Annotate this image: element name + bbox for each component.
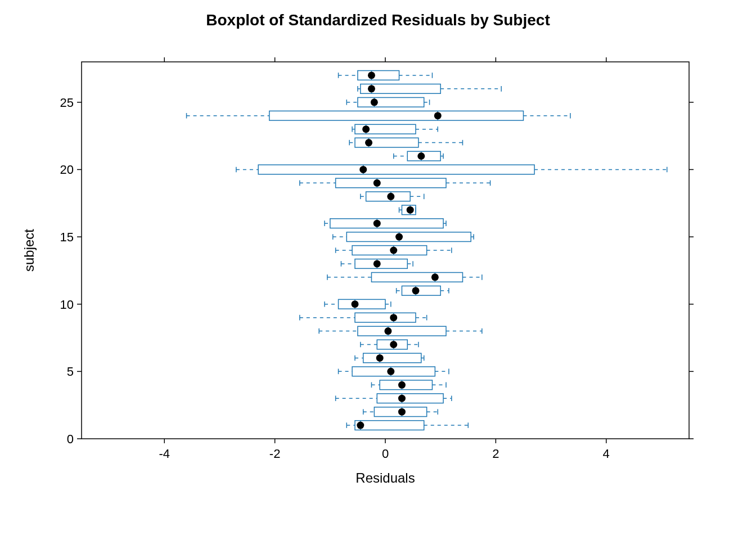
median-dot <box>368 85 375 92</box>
box <box>355 313 416 322</box>
median-dot <box>395 233 403 241</box>
median-dot <box>368 71 375 79</box>
chart-title: Boxplot of Standardized Residuals by Sub… <box>206 11 550 29</box>
median-dot <box>374 179 381 187</box>
x-tick-label: -2 <box>269 447 281 461</box>
y-tick-label: 0 <box>67 432 74 446</box>
x-tick-label: 4 <box>603 447 610 461</box>
median-dot <box>387 368 394 375</box>
box <box>363 353 421 363</box>
x-tick-label: 0 <box>382 447 389 461</box>
median-dot <box>398 408 406 416</box>
box <box>358 71 399 80</box>
box <box>355 138 418 147</box>
median-dot <box>371 98 378 106</box>
box <box>269 111 524 120</box>
box <box>258 165 534 174</box>
median-dot <box>374 260 381 267</box>
median-dot <box>390 247 397 254</box>
median-dot <box>359 166 367 173</box>
x-tick-label: 2 <box>492 447 499 461</box>
median-dot <box>365 139 372 146</box>
plot-panel <box>82 62 689 439</box>
box <box>377 394 443 403</box>
box <box>371 272 462 282</box>
box <box>336 178 446 188</box>
median-dot <box>376 354 384 362</box>
box <box>355 259 407 269</box>
box <box>330 219 443 228</box>
box <box>339 299 385 309</box>
chart-container: Boxplot of Standardized Residuals by Sub… <box>0 0 756 540</box>
median-dot <box>390 341 397 348</box>
median-dot <box>390 314 397 321</box>
boxplot-chart: Boxplot of Standardized Residuals by Sub… <box>0 0 756 540</box>
median-dot <box>384 327 392 335</box>
y-tick-label: 15 <box>60 230 74 244</box>
median-dot <box>352 300 359 308</box>
box <box>380 380 432 390</box>
box <box>352 246 427 255</box>
y-tick-label: 10 <box>60 298 74 312</box>
median-dot <box>357 422 364 429</box>
median-dot <box>434 112 442 119</box>
y-axis-label: subject <box>21 229 37 272</box>
box <box>358 97 424 107</box>
median-dot <box>412 287 420 294</box>
box <box>355 421 424 430</box>
box <box>346 232 471 242</box>
y-tick-label: 5 <box>67 364 74 379</box>
median-dot <box>431 273 439 281</box>
x-axis-label: Residuals <box>356 470 415 485</box>
median-dot <box>398 381 406 389</box>
x-tick-label: -4 <box>159 447 170 461</box>
box <box>402 286 440 295</box>
y-tick-label: 25 <box>60 96 74 110</box>
median-dot <box>374 220 381 227</box>
median-dot <box>407 206 414 214</box>
median-dot <box>417 152 425 160</box>
median-dot <box>398 395 406 402</box>
y-tick-label: 20 <box>60 163 74 177</box>
median-dot <box>387 193 394 200</box>
box <box>358 326 446 336</box>
median-dot <box>362 125 370 133</box>
